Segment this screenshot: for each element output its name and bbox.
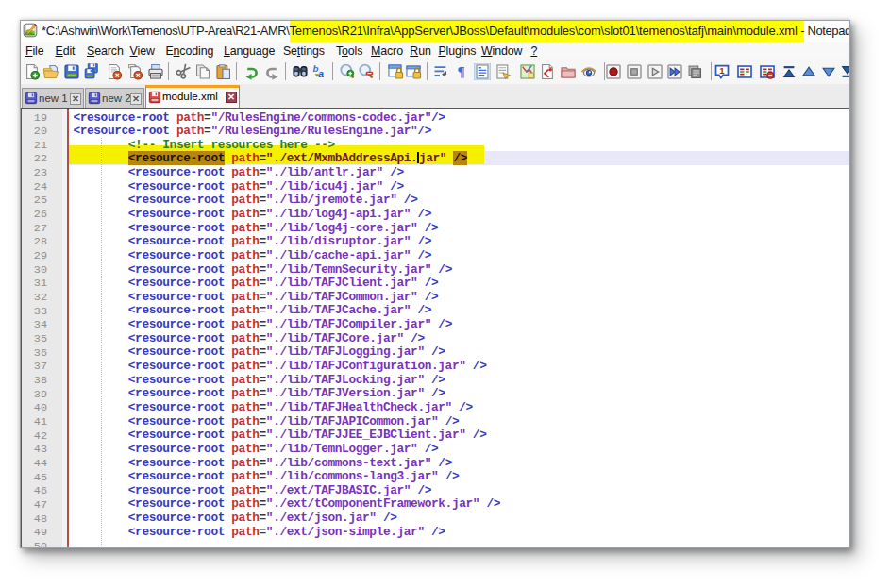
svg-text:1: 1 xyxy=(719,65,725,76)
svg-text:¶: ¶ xyxy=(458,64,465,79)
svg-text:a: a xyxy=(318,68,324,79)
